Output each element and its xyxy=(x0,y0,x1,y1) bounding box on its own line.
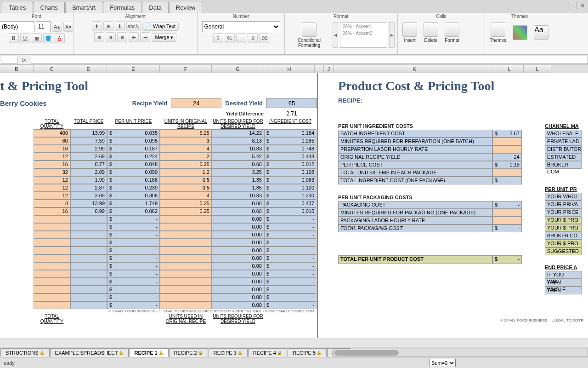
fill-color-icon[interactable]: 🪣 xyxy=(43,33,53,43)
delete-button[interactable]: Delete xyxy=(422,21,440,44)
indent-decrease-icon[interactable]: ⇤ xyxy=(129,32,139,42)
table-row[interactable]: 813.99$1.7490.250.68$0.437 xyxy=(34,200,317,207)
table-row[interactable]: $-0.00$- xyxy=(34,286,317,293)
table-row[interactable]: 122.69$0.22425.42$0.448 xyxy=(34,153,317,161)
align-top-icon[interactable]: ⬆ xyxy=(92,21,102,31)
sheet-tab[interactable]: RECIPE 2🔒 xyxy=(169,348,208,357)
cost-row[interactable]: BATCH INGREDIENT COST$3.67 xyxy=(338,130,522,138)
align-middle-icon[interactable]: ≡ xyxy=(103,21,113,31)
list-item[interactable]: YOUR $ PRO xyxy=(545,216,582,224)
tab-formulas[interactable]: Formulas xyxy=(103,2,141,13)
table-row[interactable]: 123.69$0.308410.83$1.230 xyxy=(34,192,317,200)
merge-button[interactable]: Merge▾ xyxy=(152,33,176,42)
sheet-tab[interactable]: RECIPE 4🔒 xyxy=(248,348,287,357)
list-item[interactable]: WHOLESALE xyxy=(545,130,582,138)
theme-fonts-button[interactable]: Aa xyxy=(532,24,550,41)
table-row[interactable]: $-0.00$- xyxy=(34,231,317,239)
themes-button[interactable]: Themes xyxy=(488,21,508,44)
sheet-tab[interactable]: RECIPE 3🔒 xyxy=(209,348,248,357)
list-item[interactable]: ESTIMATED R xyxy=(545,153,582,161)
underline-icon[interactable]: U xyxy=(20,33,30,43)
list-item[interactable]: PRIVATE LAB xyxy=(545,138,582,145)
number-format-combo[interactable]: General xyxy=(202,21,280,32)
wrap-text-button[interactable]: 📄Wrap Text xyxy=(142,22,179,31)
tab-data[interactable]: Data xyxy=(142,2,168,13)
list-item[interactable]: YOUR WHOL xyxy=(545,193,582,201)
horizontal-scrollbar[interactable] xyxy=(333,349,588,357)
status-sum-select[interactable]: Sum=0 xyxy=(429,359,456,367)
table-row[interactable]: $-0.00$- xyxy=(34,254,317,262)
insert-button[interactable]: Insert xyxy=(401,21,419,44)
sheet-tab[interactable]: STRUCTIONS🔒 xyxy=(0,348,50,357)
conditional-formatting-button[interactable]: Conditional Formatting xyxy=(288,21,331,49)
font-size-combo[interactable] xyxy=(36,21,51,32)
gallery-next-icon[interactable]: ▶ xyxy=(389,22,395,48)
left-pane[interactable]: t & Pricing Tool Berry Cookies Recipe Yi… xyxy=(0,73,318,338)
right-pane[interactable]: Product Cost & Pricing Tool RECIPE: PER … xyxy=(318,73,588,338)
list-item[interactable]: SUGGESTED xyxy=(545,247,582,255)
sheet-tab[interactable]: EXAMPLE SPREADSHEET🔒 xyxy=(50,348,129,357)
list-item[interactable]: THEN WHOLE xyxy=(545,279,582,287)
cost-row[interactable]: PACKAGING COST$- xyxy=(338,201,522,209)
font-name-combo[interactable] xyxy=(0,21,34,32)
tab-tables[interactable]: Tables xyxy=(2,2,33,13)
table-row[interactable]: 121.99$0.1660.51.35$0.083 xyxy=(34,176,317,184)
list-item[interactable]: YOUR PRIVA xyxy=(545,201,582,208)
column-headers[interactable]: B C D E F G H I J K L L xyxy=(0,65,588,73)
table-row[interactable]: 322.89$0.0901.23.25$0.108 xyxy=(34,168,317,176)
table-row[interactable]: $-0.00$- xyxy=(34,278,317,286)
table-row[interactable]: 160.77$0.0480.250.68$0.012 xyxy=(34,161,317,168)
table-row[interactable]: 122.87$0.2390.51.35$0.120 xyxy=(34,184,317,192)
table-row[interactable]: $-0.00$- xyxy=(34,301,317,309)
table-row[interactable]: 807.59$0.09538.13$0.285 xyxy=(34,137,317,145)
cost-row[interactable]: PACKAGING LABOR HOURLY RATE xyxy=(338,217,522,224)
recipe-yield-value[interactable]: 24 xyxy=(171,98,221,108)
font-color-icon[interactable]: A xyxy=(55,33,65,43)
cost-row[interactable]: ORIGINAL RECIPE YIELD24 xyxy=(338,153,522,161)
fx-label[interactable]: fx xyxy=(19,57,29,63)
list-item[interactable]: YOUR PRICE xyxy=(545,208,582,216)
tab-charts[interactable]: Charts xyxy=(34,2,65,13)
table-row[interactable]: $-0.00$- xyxy=(34,239,317,247)
table-row[interactable]: $-0.00$- xyxy=(34,223,317,231)
table-row[interactable]: 162.99$0.187410.83$0.748 xyxy=(34,145,317,153)
list-item[interactable]: BROKER COM xyxy=(545,161,582,169)
table-row[interactable]: $-0.00$- xyxy=(34,293,317,301)
comma-icon[interactable]: , xyxy=(236,33,246,43)
list-item[interactable]: BROKER CO xyxy=(545,232,582,240)
cost-row[interactable]: PER PIECE COST$0.15 xyxy=(338,161,522,169)
align-left-icon[interactable]: ≡ xyxy=(94,32,104,42)
ribbon-settings-icon[interactable]: ⚙ xyxy=(579,2,586,9)
list-item[interactable]: YOUR $ PRO xyxy=(545,240,582,247)
bold-icon[interactable]: B xyxy=(9,33,19,43)
table-row[interactable]: 160.99$0.0620.250.68$0.015 xyxy=(34,207,317,215)
name-box[interactable] xyxy=(1,56,17,64)
indent-increase-icon[interactable]: ⇥ xyxy=(140,32,150,42)
style-gallery[interactable]: 20% - Accent1 20% - Accent2 xyxy=(340,22,387,48)
table-row[interactable]: $-0.00$- xyxy=(34,215,317,223)
formula-input[interactable] xyxy=(31,56,588,64)
list-item[interactable]: IF YOU WANT xyxy=(545,271,582,279)
font-shrink-icon[interactable]: A▾ xyxy=(63,22,74,32)
list-item[interactable]: YOUR $ PRO xyxy=(545,224,582,232)
sheet-tab[interactable]: RECIPE 5🔒 xyxy=(288,348,327,357)
tab-review[interactable]: Review xyxy=(169,2,203,13)
align-bottom-icon[interactable]: ⬇ xyxy=(115,21,125,31)
cost-row[interactable]: MINUTES REQUIRED FOR PACKAGING (ONE PACK… xyxy=(338,209,522,217)
align-center-icon[interactable]: ≡ xyxy=(106,32,116,42)
table-row[interactable]: 40013.99$0.0355.2514.22$0.184 xyxy=(34,129,317,137)
ribbon-minimize-icon[interactable]: ︿ xyxy=(570,2,577,9)
table-row[interactable]: $-0.00$- xyxy=(34,270,317,278)
orientation-icon[interactable]: abc↻ xyxy=(126,21,141,31)
cost-row[interactable]: TOTAL PACKAGING COST$- xyxy=(338,224,522,232)
sheet-tab[interactable]: RECIPE 1🔒 xyxy=(129,348,168,357)
table-row[interactable]: $-0.00$- xyxy=(34,262,317,270)
theme-colors-button[interactable] xyxy=(511,24,529,41)
font-grow-icon[interactable]: A▴ xyxy=(52,22,62,32)
cost-row[interactable]: TOTAL INGREDIENT COST (ONE PACKAGE)$- xyxy=(338,177,522,184)
currency-icon[interactable]: $ xyxy=(213,33,223,43)
cost-row[interactable]: TOTAL UNITS/ITEMS IN EACH PACKAGE xyxy=(338,169,522,177)
decimal-decrease-icon[interactable]: .00 xyxy=(259,33,269,43)
format-button[interactable]: Format xyxy=(443,21,461,44)
table-row[interactable]: $-0.00$- xyxy=(34,247,317,254)
